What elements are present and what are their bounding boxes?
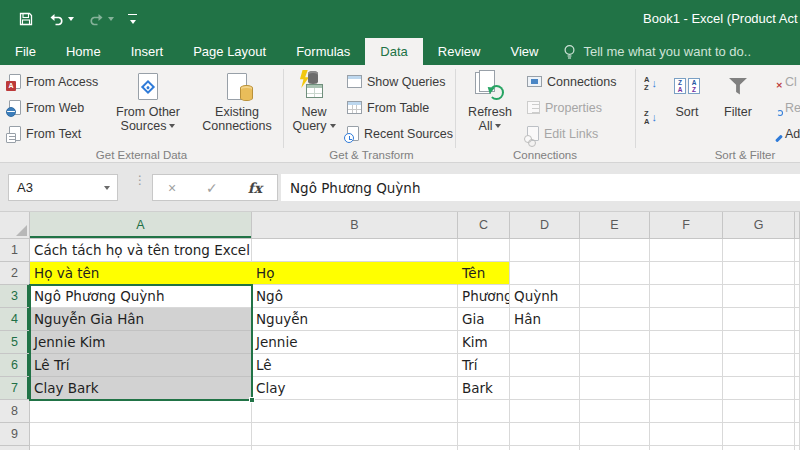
- cell-D6[interactable]: [510, 354, 580, 377]
- recent-sources-button[interactable]: Recent Sources: [344, 122, 456, 145]
- row-header-4[interactable]: 4: [0, 308, 30, 331]
- select-all-corner[interactable]: [0, 212, 30, 239]
- cell-C1[interactable]: [458, 239, 510, 262]
- cell-F2[interactable]: [650, 262, 723, 285]
- cell-B1[interactable]: [252, 239, 458, 262]
- cancel-button[interactable]: ×: [168, 180, 176, 196]
- cell-G9[interactable]: [723, 423, 795, 446]
- cell-B8[interactable]: [252, 400, 458, 423]
- advanced-filter-button[interactable]: Ad: [764, 122, 800, 145]
- cell-A7[interactable]: Clay Bark: [30, 377, 252, 400]
- cell-B3[interactable]: Ngô: [252, 285, 458, 308]
- cell-G8[interactable]: [723, 400, 795, 423]
- cell-C3[interactable]: Phương: [458, 285, 510, 308]
- name-box-caret[interactable]: [104, 186, 110, 190]
- cell-F4[interactable]: [650, 308, 723, 331]
- cell-G3[interactable]: [723, 285, 795, 308]
- cell-C5[interactable]: Kim: [458, 331, 510, 354]
- row-header-6[interactable]: 6: [0, 354, 30, 377]
- cell-D1[interactable]: [510, 239, 580, 262]
- tab-data[interactable]: Data: [365, 38, 422, 65]
- cell-E3[interactable]: [580, 285, 650, 308]
- row-header-1[interactable]: 1: [0, 239, 30, 262]
- column-header-c[interactable]: C: [458, 212, 510, 239]
- tab-view[interactable]: View: [495, 38, 553, 65]
- tab-insert[interactable]: Insert: [116, 38, 179, 65]
- tab-page-layout[interactable]: Page Layout: [178, 38, 281, 65]
- enter-button[interactable]: ✓: [206, 180, 218, 196]
- cell-G6[interactable]: [723, 354, 795, 377]
- cell-E8[interactable]: [580, 400, 650, 423]
- cell-C7[interactable]: Bark: [458, 377, 510, 400]
- column-header-f[interactable]: F: [650, 212, 723, 239]
- column-header-d[interactable]: D: [510, 212, 580, 239]
- cell-D4[interactable]: Hân: [510, 308, 580, 331]
- cell-E2[interactable]: [580, 262, 650, 285]
- cell-E4[interactable]: [580, 308, 650, 331]
- existing-connections-button[interactable]: Existing Connections: [194, 67, 280, 149]
- insert-function-button[interactable]: fx: [248, 180, 262, 196]
- cell-E6[interactable]: [580, 354, 650, 377]
- tab-formulas[interactable]: Formulas: [281, 38, 365, 65]
- cell-G2[interactable]: [723, 262, 795, 285]
- cell-D7[interactable]: [510, 377, 580, 400]
- row-header-2[interactable]: 2: [0, 262, 30, 285]
- new-query-button[interactable]: New Query: [288, 67, 340, 149]
- column-header-b[interactable]: B: [252, 212, 458, 239]
- cell-A4[interactable]: Nguyễn Gia Hân: [30, 308, 252, 331]
- cell-A1[interactable]: Cách tách họ và tên trong Excel: [30, 239, 252, 262]
- edit-links-button[interactable]: Edit Links: [524, 122, 601, 145]
- cell-F6[interactable]: [650, 354, 723, 377]
- from-table-button[interactable]: From Table: [344, 96, 432, 119]
- sort-ascending-button[interactable]: AZ ↓: [641, 72, 660, 95]
- cell-F10[interactable]: [650, 446, 723, 450]
- cell-E10[interactable]: [580, 446, 650, 450]
- row-header-8[interactable]: 8: [0, 400, 30, 423]
- cell-F8[interactable]: [650, 400, 723, 423]
- cell-F9[interactable]: [650, 423, 723, 446]
- show-queries-button[interactable]: Show Queries: [344, 70, 449, 93]
- cell-D5[interactable]: [510, 331, 580, 354]
- tell-me-box[interactable]: Tell me what you want to do..: [553, 38, 761, 65]
- cell-D8[interactable]: [510, 400, 580, 423]
- connections-button[interactable]: Connections: [524, 70, 620, 93]
- row-header-5[interactable]: 5: [0, 331, 30, 354]
- tab-home[interactable]: Home: [51, 38, 116, 65]
- cell-G10[interactable]: [723, 446, 795, 450]
- cell-C6[interactable]: Trí: [458, 354, 510, 377]
- from-access-button[interactable]: A From Access: [6, 70, 101, 93]
- cell-F5[interactable]: [650, 331, 723, 354]
- name-box[interactable]: A3: [8, 174, 118, 201]
- cell-G1[interactable]: [723, 239, 795, 262]
- tab-file[interactable]: File: [0, 38, 51, 65]
- cell-D9[interactable]: [510, 423, 580, 446]
- redo-button[interactable]: [88, 13, 114, 26]
- cell-E1[interactable]: [580, 239, 650, 262]
- cell-C9[interactable]: [458, 423, 510, 446]
- cell-B7[interactable]: Clay: [252, 377, 458, 400]
- cell-B9[interactable]: [252, 423, 458, 446]
- cell-C2[interactable]: Tên: [458, 262, 510, 285]
- cell-B10[interactable]: [252, 446, 458, 450]
- cell-A9[interactable]: [30, 423, 252, 446]
- properties-button[interactable]: Properties: [524, 96, 605, 119]
- cell-D3[interactable]: Quỳnh: [510, 285, 580, 308]
- column-header-e[interactable]: E: [580, 212, 650, 239]
- cell-D10[interactable]: [510, 446, 580, 450]
- cell-D2[interactable]: [510, 262, 580, 285]
- cell-C8[interactable]: [458, 400, 510, 423]
- refresh-all-button[interactable]: Refresh All: [460, 67, 520, 149]
- cell-B6[interactable]: Lê: [252, 354, 458, 377]
- cell-A2[interactable]: Họ và tên: [30, 262, 252, 285]
- undo-dropdown-caret[interactable]: [68, 17, 74, 21]
- cell-E5[interactable]: [580, 331, 650, 354]
- tab-review[interactable]: Review: [423, 38, 496, 65]
- cell-E7[interactable]: [580, 377, 650, 400]
- redo-dropdown-caret[interactable]: [108, 17, 114, 21]
- clear-filter-button[interactable]: × Cl: [764, 70, 800, 93]
- row-header-3[interactable]: 3: [0, 285, 30, 308]
- formula-bar-divider[interactable]: ⋮: [134, 177, 146, 184]
- cell-A10[interactable]: [30, 446, 252, 450]
- sort-descending-button[interactable]: ZA ↓: [641, 106, 660, 129]
- cell-A6[interactable]: Lê Trí: [30, 354, 252, 377]
